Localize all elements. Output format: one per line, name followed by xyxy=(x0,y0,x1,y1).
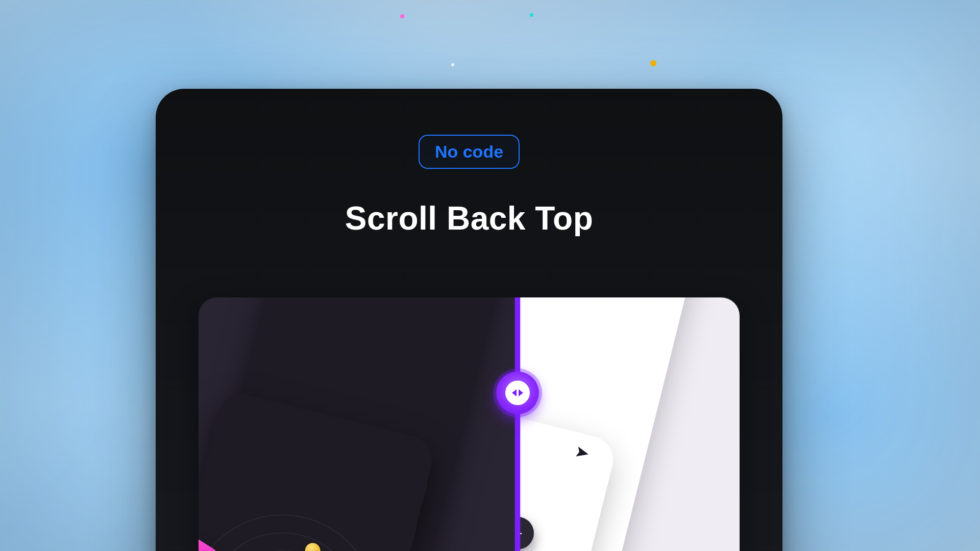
dot-white xyxy=(451,63,454,66)
preview-light-pane: 8 9 0 Hej John! Welcome back, your accou… xyxy=(518,297,740,551)
dot-cyan xyxy=(530,13,533,17)
send-icon[interactable] xyxy=(574,445,591,461)
page-title: Scroll Back Top xyxy=(345,199,593,237)
greeting-title: Hej John! xyxy=(518,441,577,498)
dot-yellow xyxy=(650,60,656,66)
main-card: No code Scroll Back Top Deactivate card xyxy=(156,89,782,551)
greeting-block: Hej John! Welcome back, your account's d… xyxy=(518,441,577,524)
no-code-badge: No code xyxy=(419,135,520,169)
compare-preview: Deactivate card xyxy=(199,297,740,551)
compare-divider[interactable] xyxy=(515,297,520,551)
dot-pink xyxy=(400,14,404,18)
preview-dark-pane: Deactivate card xyxy=(199,297,518,551)
compare-handle[interactable] xyxy=(496,371,539,414)
radar-rings xyxy=(199,491,400,551)
handle-arrows-icon xyxy=(505,381,530,405)
